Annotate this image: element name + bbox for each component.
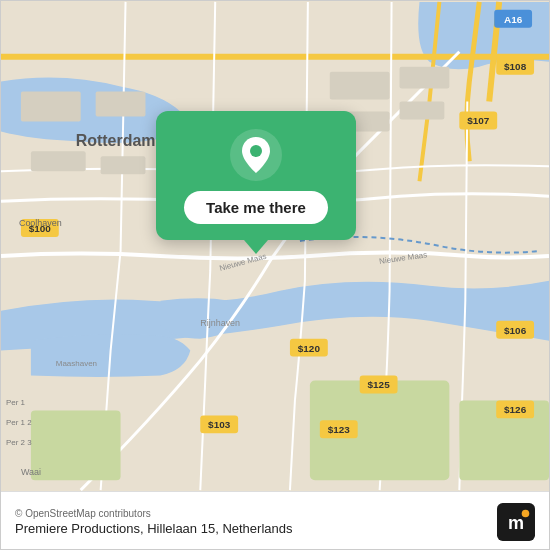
svg-text:Maashaven: Maashaven: [56, 359, 97, 368]
svg-text:$125: $125: [368, 379, 391, 390]
app-container: $100 $108 $107 $120 $103 $125 $123 $106: [0, 0, 550, 550]
svg-text:$120: $120: [298, 343, 321, 354]
take-me-there-button[interactable]: Take me there: [184, 191, 328, 224]
svg-rect-8: [330, 72, 390, 100]
svg-text:$106: $106: [504, 325, 527, 336]
svg-point-43: [250, 145, 262, 157]
svg-text:Per 2 3: Per 2 3: [6, 438, 32, 447]
svg-rect-6: [31, 151, 86, 171]
map-svg: $100 $108 $107 $120 $103 $125 $123 $106: [1, 1, 549, 491]
svg-text:Waai: Waai: [21, 467, 41, 477]
svg-text:$123: $123: [328, 424, 351, 435]
svg-rect-7: [101, 156, 146, 174]
svg-point-46: [522, 509, 530, 517]
svg-text:$108: $108: [504, 61, 527, 72]
svg-text:A16: A16: [504, 14, 523, 25]
svg-text:Coolhaven: Coolhaven: [19, 218, 62, 228]
svg-text:Per 1 2: Per 1 2: [6, 418, 32, 427]
svg-rect-4: [21, 92, 81, 122]
location-pin-icon: [230, 129, 282, 181]
svg-text:$126: $126: [504, 404, 527, 415]
bottom-bar: © OpenStreetMap contributors Premiere Pr…: [1, 491, 549, 550]
moovit-logo: m: [497, 503, 535, 541]
svg-rect-2: [31, 410, 121, 480]
svg-rect-10: [400, 102, 445, 120]
copyright-text: © OpenStreetMap contributors: [15, 508, 292, 519]
svg-text:m: m: [508, 513, 524, 533]
popup-card[interactable]: Take me there: [156, 111, 356, 240]
map-area: $100 $108 $107 $120 $103 $125 $123 $106: [1, 1, 549, 491]
svg-text:Per 1: Per 1: [6, 398, 26, 407]
svg-text:Rijnhaven: Rijnhaven: [200, 318, 240, 328]
svg-text:$103: $103: [208, 419, 231, 430]
bottom-left-info: © OpenStreetMap contributors Premiere Pr…: [15, 508, 292, 536]
location-text: Premiere Productions, Hillelaan 15, Neth…: [15, 521, 292, 536]
svg-rect-5: [96, 92, 146, 117]
svg-text:Rotterdam: Rotterdam: [76, 132, 156, 149]
moovit-icon: m: [497, 503, 535, 541]
svg-rect-9: [400, 67, 450, 89]
svg-text:$107: $107: [467, 115, 490, 126]
